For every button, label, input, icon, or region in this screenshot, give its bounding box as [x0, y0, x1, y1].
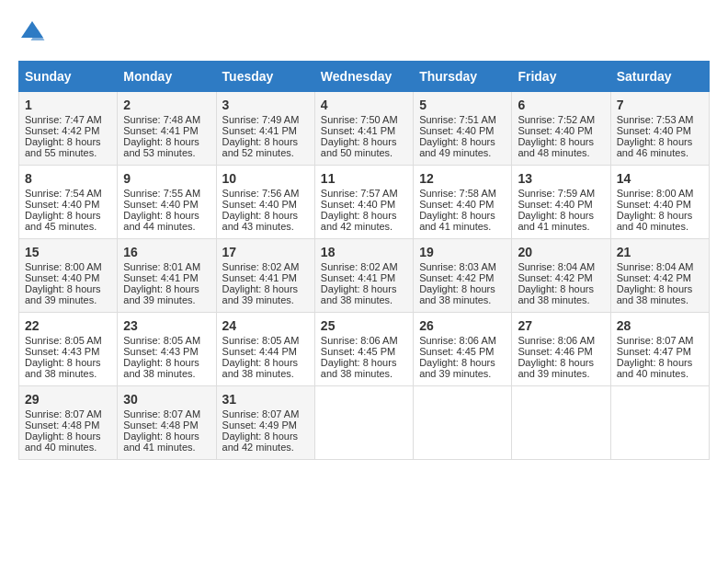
daylight-text: Daylight: 8 hours and 38 minutes. — [25, 357, 101, 379]
sunset-text: Sunset: 4:40 PM — [419, 125, 494, 136]
calendar-cell: 13Sunrise: 7:59 AMSunset: 4:40 PMDayligh… — [512, 166, 610, 239]
daylight-text: Daylight: 8 hours and 39 minutes. — [25, 283, 101, 305]
daylight-text: Daylight: 8 hours and 40 minutes. — [617, 357, 693, 379]
col-header-tuesday: Tuesday — [216, 62, 314, 92]
sunset-text: Sunset: 4:47 PM — [617, 346, 691, 357]
day-number: 21 — [617, 245, 703, 259]
calendar-cell: 10Sunrise: 7:56 AMSunset: 4:40 PMDayligh… — [216, 166, 314, 239]
day-number: 30 — [123, 392, 210, 407]
sunrise-text: Sunrise: 8:01 AM — [123, 261, 200, 272]
daylight-text: Daylight: 8 hours and 39 minutes. — [222, 283, 299, 305]
sunrise-text: Sunrise: 7:48 AM — [123, 114, 200, 125]
daylight-text: Daylight: 8 hours and 40 minutes. — [617, 210, 693, 232]
calendar-week-row: 1Sunrise: 7:47 AMSunset: 4:42 PMDaylight… — [19, 92, 710, 166]
day-number: 6 — [518, 98, 604, 112]
sunset-text: Sunset: 4:40 PM — [321, 199, 395, 210]
sunset-text: Sunset: 4:40 PM — [222, 199, 297, 210]
sunrise-text: Sunrise: 8:07 AM — [617, 335, 694, 346]
day-number: 14 — [617, 171, 703, 186]
sunrise-text: Sunrise: 7:53 AM — [617, 114, 694, 125]
daylight-text: Daylight: 8 hours and 50 minutes. — [321, 136, 397, 158]
col-header-sunday: Sunday — [19, 62, 118, 92]
calendar-cell: 30Sunrise: 8:07 AMSunset: 4:48 PMDayligh… — [118, 386, 216, 460]
sunrise-text: Sunrise: 8:07 AM — [25, 408, 102, 419]
calendar-cell: 27Sunrise: 8:06 AMSunset: 4:46 PMDayligh… — [512, 313, 610, 386]
day-number: 31 — [222, 392, 309, 407]
daylight-text: Daylight: 8 hours and 42 minutes. — [321, 210, 397, 232]
daylight-text: Daylight: 8 hours and 38 minutes. — [123, 357, 199, 379]
sunset-text: Sunset: 4:42 PM — [25, 125, 99, 136]
daylight-text: Daylight: 8 hours and 40 minutes. — [25, 431, 101, 453]
sunrise-text: Sunrise: 7:55 AM — [123, 188, 200, 199]
sunset-text: Sunset: 4:40 PM — [617, 125, 691, 136]
sunset-text: Sunset: 4:41 PM — [123, 272, 198, 283]
calendar-cell: 12Sunrise: 7:58 AMSunset: 4:40 PMDayligh… — [414, 166, 512, 239]
header — [18, 18, 710, 46]
calendar-cell: 8Sunrise: 7:54 AMSunset: 4:40 PMDaylight… — [19, 166, 118, 239]
sunset-text: Sunset: 4:40 PM — [518, 125, 592, 136]
daylight-text: Daylight: 8 hours and 41 minutes. — [123, 431, 199, 453]
day-number: 7 — [617, 98, 703, 112]
calendar-cell: 14Sunrise: 8:00 AMSunset: 4:40 PMDayligh… — [610, 166, 709, 239]
day-number: 24 — [222, 318, 309, 333]
daylight-text: Daylight: 8 hours and 42 minutes. — [222, 431, 299, 453]
calendar-week-row: 15Sunrise: 8:00 AMSunset: 4:40 PMDayligh… — [19, 239, 710, 313]
sunset-text: Sunset: 4:42 PM — [518, 272, 592, 283]
daylight-text: Daylight: 8 hours and 38 minutes. — [419, 283, 495, 305]
calendar-cell: 1Sunrise: 7:47 AMSunset: 4:42 PMDaylight… — [19, 92, 118, 166]
col-header-friday: Friday — [512, 62, 610, 92]
daylight-text: Daylight: 8 hours and 41 minutes. — [518, 210, 594, 232]
col-header-monday: Monday — [118, 62, 216, 92]
calendar-cell: 22Sunrise: 8:05 AMSunset: 4:43 PMDayligh… — [19, 313, 118, 386]
day-number: 22 — [25, 318, 111, 333]
daylight-text: Daylight: 8 hours and 53 minutes. — [123, 136, 199, 158]
day-number: 13 — [518, 171, 604, 186]
sunset-text: Sunset: 4:43 PM — [123, 346, 198, 357]
calendar-table: SundayMondayTuesdayWednesdayThursdayFrid… — [18, 61, 710, 460]
day-number: 15 — [25, 245, 111, 259]
daylight-text: Daylight: 8 hours and 55 minutes. — [25, 136, 101, 158]
day-number: 27 — [518, 318, 604, 333]
sunset-text: Sunset: 4:45 PM — [419, 346, 494, 357]
calendar-cell: 2Sunrise: 7:48 AMSunset: 4:41 PMDaylight… — [118, 92, 216, 166]
day-number: 2 — [123, 98, 210, 112]
sunrise-text: Sunrise: 8:05 AM — [123, 335, 200, 346]
calendar-cell: 19Sunrise: 8:03 AMSunset: 4:42 PMDayligh… — [414, 239, 512, 313]
sunrise-text: Sunrise: 8:03 AM — [419, 261, 496, 272]
daylight-text: Daylight: 8 hours and 44 minutes. — [123, 210, 199, 232]
sunrise-text: Sunrise: 7:47 AM — [25, 114, 102, 125]
sunset-text: Sunset: 4:40 PM — [419, 199, 494, 210]
sunset-text: Sunset: 4:42 PM — [419, 272, 494, 283]
sunset-text: Sunset: 4:41 PM — [123, 125, 198, 136]
calendar-cell: 4Sunrise: 7:50 AMSunset: 4:41 PMDaylight… — [314, 92, 413, 166]
daylight-text: Daylight: 8 hours and 46 minutes. — [617, 136, 693, 158]
calendar-cell: 26Sunrise: 8:06 AMSunset: 4:45 PMDayligh… — [414, 313, 512, 386]
day-number: 29 — [25, 392, 111, 407]
sunrise-text: Sunrise: 7:56 AM — [222, 188, 300, 199]
sunrise-text: Sunrise: 8:05 AM — [25, 335, 102, 346]
daylight-text: Daylight: 8 hours and 38 minutes. — [518, 283, 594, 305]
daylight-text: Daylight: 8 hours and 39 minutes. — [123, 283, 199, 305]
sunrise-text: Sunrise: 8:02 AM — [321, 261, 398, 272]
day-number: 8 — [25, 171, 111, 186]
logo-icon — [18, 18, 46, 46]
sunrise-text: Sunrise: 8:04 AM — [617, 261, 694, 272]
day-number: 23 — [123, 318, 210, 333]
calendar-cell — [314, 386, 413, 460]
sunrise-text: Sunrise: 8:06 AM — [518, 335, 595, 346]
calendar-cell: 24Sunrise: 8:05 AMSunset: 4:44 PMDayligh… — [216, 313, 314, 386]
sunrise-text: Sunrise: 8:04 AM — [518, 261, 595, 272]
day-number: 20 — [518, 245, 604, 259]
sunrise-text: Sunrise: 7:52 AM — [518, 114, 595, 125]
sunset-text: Sunset: 4:48 PM — [25, 419, 99, 431]
calendar-cell: 18Sunrise: 8:02 AMSunset: 4:41 PMDayligh… — [314, 239, 413, 313]
calendar-cell — [610, 386, 709, 460]
daylight-text: Daylight: 8 hours and 49 minutes. — [419, 136, 495, 158]
day-number: 18 — [321, 245, 407, 259]
sunset-text: Sunset: 4:40 PM — [25, 272, 99, 283]
day-number: 3 — [222, 98, 309, 112]
sunrise-text: Sunrise: 7:59 AM — [518, 188, 595, 199]
daylight-text: Daylight: 8 hours and 43 minutes. — [222, 210, 299, 232]
day-number: 19 — [419, 245, 506, 259]
calendar-header-row: SundayMondayTuesdayWednesdayThursdayFrid… — [19, 62, 710, 92]
